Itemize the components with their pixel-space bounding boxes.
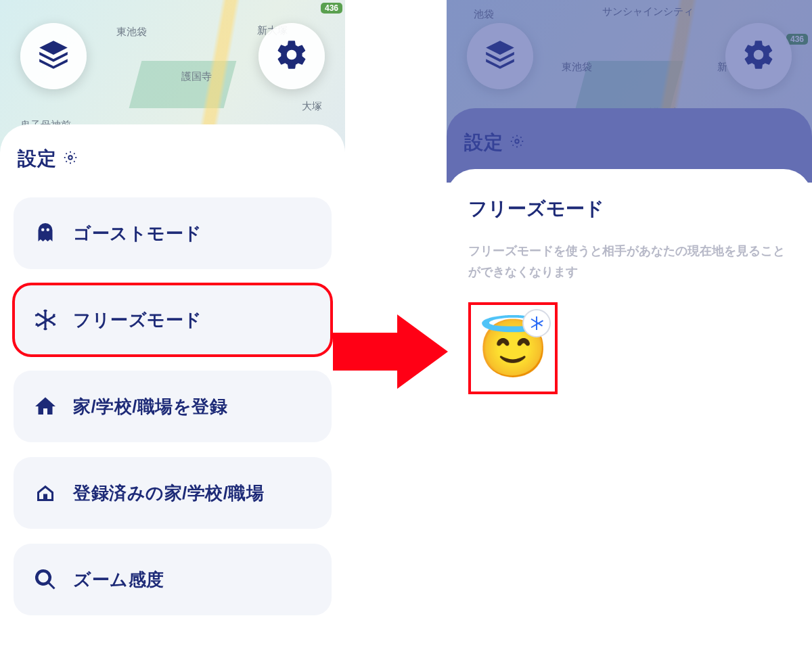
- menu-label: ズーム感度: [73, 568, 164, 592]
- menu-item-registered-places[interactable]: 登録済みの家/学校/職場: [14, 457, 332, 529]
- home-outline-icon: [32, 480, 58, 506]
- menu-label: フリーズモード: [73, 308, 202, 332]
- svg-marker-2: [333, 314, 448, 389]
- ghost-icon: [32, 220, 58, 246]
- gear-icon: [742, 38, 775, 74]
- layers-button[interactable]: [20, 23, 87, 89]
- map-label: 東池袋: [562, 61, 592, 74]
- settings-button[interactable]: [725, 23, 792, 89]
- snowflake-icon: [32, 307, 58, 333]
- phone-left: 東池袋 新大塚 護国寺 大塚 鬼子母神前 436 設定: [0, 0, 345, 662]
- route-badge: 436: [786, 34, 808, 45]
- layers-icon: [483, 38, 517, 74]
- menu-item-zoom-sensitivity[interactable]: ズーム感度: [14, 544, 332, 615]
- user-avatar-freeze[interactable]: 😇: [468, 302, 558, 394]
- layers-icon: [37, 38, 70, 74]
- home-icon: [32, 394, 58, 419]
- menu-label: ゴーストモード: [73, 222, 202, 245]
- snowflake-badge: [522, 309, 551, 337]
- freeze-mode-sheet: フリーズモード フリーズモードを使うと相手があなたの現在地を見ることができなくな…: [447, 169, 812, 662]
- map-label: 池袋: [474, 8, 494, 21]
- sheet-title: 設定: [18, 146, 56, 172]
- arrow-annotation: [333, 311, 448, 392]
- search-icon: [32, 567, 58, 592]
- detail-title: フリーズモード: [468, 196, 790, 222]
- gear-outline-icon: [63, 150, 78, 168]
- map-label: 東池袋: [116, 26, 147, 39]
- route-badge: 436: [321, 3, 342, 14]
- menu-item-freeze-mode[interactable]: フリーズモード: [14, 284, 332, 356]
- map-label: サンシャインシティ: [602, 5, 694, 18]
- layers-button[interactable]: [467, 23, 533, 89]
- settings-sheet: 設定 ゴーストモード フリーズモード: [0, 124, 345, 662]
- menu-label: 登録済みの家/学校/職場: [73, 481, 264, 505]
- phone-right: 池袋 サンシャインシティ 東池袋 新 護国寺 436 設定: [447, 0, 812, 662]
- menu-label: 家/学校/職場を登録: [73, 395, 227, 419]
- svg-point-0: [68, 156, 72, 160]
- menu-item-register-place[interactable]: 家/学校/職場を登録: [14, 371, 332, 442]
- gear-icon: [275, 38, 309, 74]
- map-label: 大塚: [302, 100, 322, 113]
- map-label: 護国寺: [181, 70, 212, 83]
- settings-button[interactable]: [258, 23, 325, 89]
- detail-description: フリーズモードを使うと相手があなたの現在地を見ることができなくなります: [468, 241, 790, 282]
- menu-item-ghost-mode[interactable]: ゴーストモード: [14, 197, 332, 269]
